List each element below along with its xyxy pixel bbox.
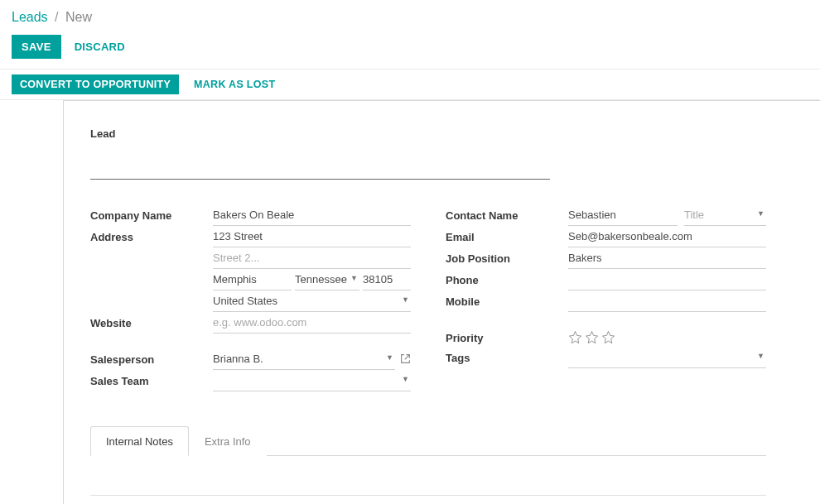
company-name-label: Company Name xyxy=(90,204,213,222)
city-input[interactable] xyxy=(213,269,292,290)
job-position-label: Job Position xyxy=(446,247,568,265)
tab-content[interactable] xyxy=(90,456,766,496)
star-icon[interactable] xyxy=(601,330,615,347)
mark-as-lost-button[interactable]: MARK AS LOST xyxy=(194,79,275,90)
job-position-input[interactable] xyxy=(568,247,766,269)
street2-input[interactable] xyxy=(213,247,411,269)
email-input[interactable] xyxy=(568,226,766,247)
company-name-input[interactable] xyxy=(213,204,411,226)
address-label: Address xyxy=(90,226,213,243)
save-button[interactable]: SAVE xyxy=(12,35,61,59)
state-input[interactable] xyxy=(295,269,359,290)
website-input[interactable] xyxy=(213,312,411,334)
breadcrumb: Leads / New xyxy=(12,8,808,26)
breadcrumb-current: New xyxy=(65,10,92,24)
tags-input[interactable] xyxy=(568,347,766,368)
street-input[interactable] xyxy=(213,226,411,247)
external-link-icon[interactable] xyxy=(400,348,411,367)
star-icon[interactable] xyxy=(568,330,582,347)
salesperson-label: Salesperson xyxy=(90,348,213,366)
mobile-input[interactable] xyxy=(568,290,766,312)
sales-team-label: Sales Team xyxy=(90,370,213,387)
contact-name-label: Contact Name xyxy=(446,204,568,222)
title-input[interactable] xyxy=(684,204,766,226)
star-icon[interactable] xyxy=(585,330,599,347)
priority-label: Priority xyxy=(446,327,568,344)
sales-team-input[interactable] xyxy=(213,370,411,391)
zip-input[interactable] xyxy=(363,269,411,290)
tags-label: Tags xyxy=(446,347,568,364)
lead-label: Lead xyxy=(90,127,766,140)
discard-button[interactable]: DISCARD xyxy=(75,41,125,53)
salesperson-input[interactable] xyxy=(213,348,395,370)
breadcrumb-root-link[interactable]: Leads xyxy=(12,10,48,24)
website-label: Website xyxy=(90,312,213,329)
email-label: Email xyxy=(446,226,568,243)
breadcrumb-separator: / xyxy=(55,10,58,24)
convert-to-opportunity-button[interactable]: CONVERT TO OPPORTUNITY xyxy=(12,74,179,94)
lead-name-input[interactable] xyxy=(90,145,550,180)
priority-stars xyxy=(568,327,766,347)
phone-input[interactable] xyxy=(568,269,766,290)
tab-internal-notes[interactable]: Internal Notes xyxy=(90,426,189,456)
mobile-label: Mobile xyxy=(446,290,568,308)
tab-extra-info[interactable]: Extra Info xyxy=(189,426,267,456)
country-input[interactable] xyxy=(213,290,411,312)
phone-label: Phone xyxy=(446,269,568,286)
contact-name-input[interactable] xyxy=(568,204,678,226)
